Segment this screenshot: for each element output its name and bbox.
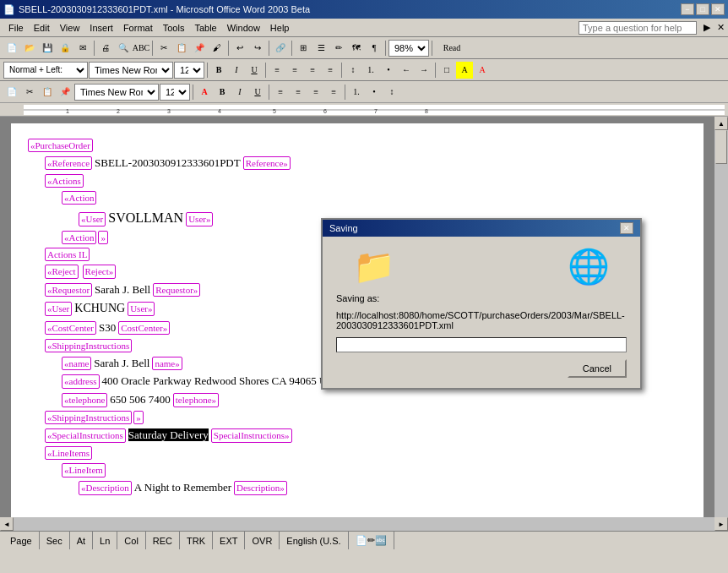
dialog-saving-label: Saving as: (336, 293, 627, 303)
xml-bold-button[interactable]: B (214, 84, 231, 101)
maximize-button[interactable]: □ (696, 3, 709, 15)
dialog-button-row: Cancel (336, 359, 627, 378)
dialog-icons: 📁 🌐 (336, 247, 627, 286)
print-button[interactable]: 🖨 (97, 40, 114, 57)
line-spacing-button[interactable]: ↕ (345, 62, 361, 79)
close-tag-reject: Reject» (83, 265, 117, 278)
align-right-button[interactable]: ≡ (304, 62, 321, 79)
close-tag-name: name» (152, 357, 182, 370)
menu-tools[interactable]: Tools (158, 21, 190, 35)
font-select[interactable]: Times New Roman (89, 62, 173, 79)
outside-border-button[interactable]: □ (438, 62, 455, 79)
xml-extra-btn[interactable]: ↕ (383, 84, 400, 101)
open-button[interactable]: 📂 (21, 40, 38, 57)
menu-format[interactable]: Format (118, 21, 158, 35)
app-icon: 📄 (3, 4, 15, 15)
underline-button[interactable]: U (246, 62, 263, 79)
xml-align-center[interactable]: ≡ (290, 84, 307, 101)
drawing-button[interactable]: ✏ (330, 40, 347, 57)
align-left-button[interactable]: ≡ (269, 62, 285, 79)
columns-button[interactable]: ☰ (312, 40, 329, 57)
permission-button[interactable]: 🔒 (57, 40, 73, 57)
read-button[interactable]: Read (435, 40, 469, 57)
format-painter[interactable]: 🖌 (209, 40, 225, 57)
decrease-indent-button[interactable]: ← (398, 62, 415, 79)
show-hide-button[interactable]: ¶ (366, 40, 383, 57)
menu-help[interactable]: Help (265, 21, 295, 35)
scroll-track-v[interactable] (714, 130, 728, 517)
close-button[interactable]: ✕ (711, 3, 725, 15)
open-tag-desc: «Description (79, 481, 132, 494)
horizontal-scrollbar[interactable]: ◄ ► (0, 517, 728, 531)
size-select[interactable]: 12 (174, 62, 204, 79)
numbering-button[interactable]: 1. (362, 62, 379, 79)
menu-window[interactable]: Window (222, 21, 265, 35)
email-button[interactable]: ✉ (74, 40, 91, 57)
docmap-button[interactable]: 🗺 (348, 40, 365, 57)
xml-color-btn[interactable]: A (196, 84, 213, 101)
scroll-thumb-v[interactable] (715, 130, 727, 164)
highlight-button[interactable]: A (456, 62, 473, 79)
xml-btn3[interactable]: 📋 (39, 84, 56, 101)
cancel-button[interactable]: Cancel (568, 359, 627, 378)
svg-text:8: 8 (425, 108, 428, 114)
open-tag-actions: «Actions (45, 174, 84, 188)
open-tag-shipping: «ShippingInstructions (45, 339, 132, 352)
dialog-path: http://localhost:8080/home/SCOTT/purchas… (336, 310, 627, 330)
menu-insert[interactable]: Insert (84, 21, 118, 35)
help-close-icon[interactable]: ✕ (717, 22, 725, 33)
menu-table[interactable]: Table (189, 21, 221, 35)
xml-align-right[interactable]: ≡ (307, 84, 324, 101)
scroll-left-button[interactable]: ◄ (0, 517, 14, 531)
minimize-button[interactable]: − (681, 3, 694, 15)
copy-button[interactable]: 📋 (173, 40, 190, 57)
xml-justify[interactable]: ≡ (325, 84, 342, 101)
xml-btn4[interactable]: 📌 (57, 84, 73, 101)
spellcheck-button[interactable]: ABC (133, 40, 149, 57)
justify-button[interactable]: ≡ (322, 62, 339, 79)
vertical-scrollbar[interactable]: ▲ ▼ (714, 117, 728, 531)
xml-size-select[interactable]: 12 (160, 84, 190, 101)
sep-xml2 (269, 85, 269, 100)
help-search-input[interactable] (579, 21, 697, 35)
xml-btn2[interactable]: ✂ (21, 84, 38, 101)
hyperlink-button[interactable]: 🔗 (272, 40, 289, 57)
scroll-right-button[interactable]: ► (714, 517, 728, 531)
close-tag-action: «Action (62, 231, 96, 244)
new-button[interactable]: 📄 (3, 40, 20, 57)
menu-edit[interactable]: Edit (29, 21, 55, 35)
menu-view[interactable]: View (55, 21, 85, 35)
align-center-button[interactable]: ≡ (286, 62, 303, 79)
font-color-button[interactable]: A (474, 62, 491, 79)
dialog-title-text: Saving (329, 223, 358, 233)
preview-button[interactable]: 🔍 (115, 40, 132, 57)
xml-italic-button[interactable]: I (231, 84, 248, 101)
table-button[interactable]: ⊞ (295, 40, 312, 57)
xml-underline-button[interactable]: U (249, 84, 266, 101)
scroll-up-button[interactable]: ▲ (714, 117, 728, 130)
zoom-select[interactable]: 98% (388, 40, 429, 57)
italic-button[interactable]: I (228, 62, 245, 79)
xml-font-select[interactable]: Times New Roman (74, 84, 159, 101)
dialog-close-button[interactable]: ✕ (620, 222, 633, 234)
xml-line-description: «Description A Night to Remember Descrip… (28, 479, 687, 497)
paste-button[interactable]: 📌 (191, 40, 208, 57)
increase-indent-button[interactable]: → (416, 62, 432, 79)
xml-btn1[interactable]: 📄 (3, 84, 20, 101)
xml-align-left[interactable]: ≡ (272, 84, 289, 101)
cut-button[interactable]: ✂ (155, 40, 172, 57)
bullets-button[interactable]: • (380, 62, 397, 79)
undo-button[interactable]: ↩ (231, 40, 248, 57)
status-lang: English (U.S. (280, 532, 348, 549)
xml-line-lineitems: «LineItems (28, 445, 687, 461)
bold-button[interactable]: B (210, 62, 227, 79)
xml-list-btn[interactable]: 1. (348, 84, 365, 101)
save-button[interactable]: 💾 (39, 40, 56, 57)
open-tag-action: «Action (62, 191, 96, 205)
menu-file[interactable]: File (3, 21, 29, 35)
xml-bullet-btn[interactable]: • (366, 84, 383, 101)
style-select[interactable]: Normal + Left: (3, 62, 88, 79)
xml-line-special: «SpecialInstructions Saturday Delivery S… (28, 427, 687, 445)
redo-button[interactable]: ↪ (249, 40, 266, 57)
value-requestor: Sarah J. Bell (95, 283, 150, 296)
